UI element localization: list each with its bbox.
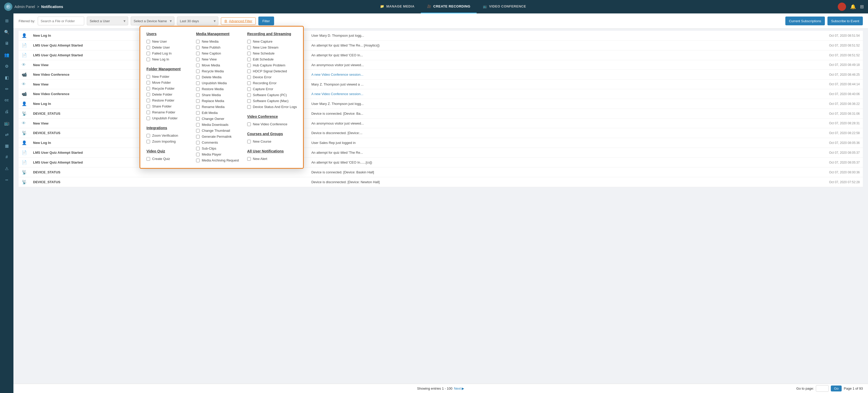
dropdown-check-item[interactable]: New Schedule (247, 51, 297, 56)
checkbox-recording-error[interactable] (247, 81, 251, 85)
device-select[interactable]: Select a Device Name (131, 17, 175, 25)
dropdown-col-title[interactable]: Media Management (196, 32, 239, 36)
dropdown-check-item[interactable]: Software Capture (Mac) (247, 98, 297, 103)
checkbox-zoom-verification[interactable] (147, 134, 150, 138)
dropdown-check-item[interactable]: Share Media (196, 92, 239, 97)
dropdown-check-item[interactable]: Move Media (196, 63, 239, 68)
current-subscriptions-button[interactable]: Current Subscriptions (785, 17, 825, 25)
checkbox-new-video-conference[interactable] (247, 122, 251, 126)
dropdown-check-item[interactable]: Unpublish Media (196, 81, 239, 86)
checkbox-new-course[interactable] (247, 140, 251, 143)
dropdown-check-item[interactable]: Restore Folder (147, 98, 188, 103)
filter-button[interactable]: Filter (258, 17, 274, 25)
dropdown-check-item[interactable]: Delete User (147, 45, 188, 50)
dropdown-check-item[interactable]: Change Owner (196, 116, 239, 121)
dropdown-section-title[interactable]: Video Quiz (147, 149, 188, 153)
sidebar-item-cc[interactable]: CC (2, 95, 12, 105)
sidebar-item-grid[interactable]: ⊞ (2, 16, 12, 26)
apps-icon[interactable]: ⊞ (860, 4, 864, 9)
sidebar-item-more[interactable]: ••• (2, 175, 12, 185)
dropdown-check-item[interactable]: Media Downloads (196, 122, 239, 127)
checkbox-comments[interactable] (196, 141, 200, 145)
checkbox-media-archiving-request[interactable] (196, 159, 200, 162)
event-link[interactable]: A new Video Conference session... (311, 72, 363, 77)
checkbox-restore-media[interactable] (196, 87, 200, 91)
checkbox-new-publish[interactable] (196, 46, 200, 49)
checkbox-media-downloads[interactable] (196, 123, 200, 127)
checkbox-move-folder[interactable] (147, 81, 150, 85)
dropdown-check-item[interactable]: Hub Capture Problem (247, 63, 297, 68)
dropdown-check-item[interactable]: Zoom Importing (147, 139, 188, 144)
dropdown-check-item[interactable]: Move Folder (147, 80, 188, 85)
dropdown-col-title[interactable]: Users (147, 32, 188, 36)
dropdown-check-item[interactable]: New Publish (196, 45, 239, 50)
dropdown-check-item[interactable]: New Media (196, 39, 239, 44)
dropdown-check-item[interactable]: Create Quiz (147, 156, 188, 161)
checkbox-failed-log-in[interactable] (147, 52, 150, 55)
dropdown-check-item[interactable]: New Caption (196, 51, 239, 56)
dropdown-check-item[interactable]: Comments (196, 140, 239, 145)
dropdown-check-item[interactable]: New Live Stream (247, 45, 297, 50)
checkbox-share-folder[interactable] (147, 104, 150, 108)
dropdown-section-title[interactable]: Video Conference (247, 115, 297, 119)
date-select[interactable]: Last 30 days Last 7 days Last 90 days Al… (177, 17, 218, 25)
search-input[interactable] (38, 17, 84, 25)
dropdown-check-item[interactable]: Recycle Folder (147, 86, 188, 91)
dropdown-check-item[interactable]: Recycle Media (196, 69, 239, 73)
checkbox-new-alert[interactable] (247, 157, 251, 161)
dropdown-check-item[interactable]: Failed Log In (147, 51, 188, 56)
dropdown-check-item[interactable]: Change Thumbnail (196, 128, 239, 133)
dropdown-section-title[interactable]: Folder Management (147, 67, 188, 71)
checkbox-restore-folder[interactable] (147, 99, 150, 102)
sidebar-item-layers[interactable]: ◧ (2, 72, 12, 83)
dropdown-check-item[interactable]: Device Status And Error Logs (247, 104, 297, 109)
dropdown-section-title[interactable]: Integrations (147, 126, 188, 130)
checkbox-create-quiz[interactable] (147, 157, 150, 161)
checkbox-software-capture-(mac)[interactable] (247, 99, 251, 103)
dropdown-check-item[interactable]: Rename Folder (147, 110, 188, 115)
checkbox-new-media[interactable] (196, 40, 200, 43)
dropdown-check-item[interactable]: New Folder (147, 74, 188, 79)
sidebar-item-table[interactable]: ▦ (2, 141, 12, 151)
go-button[interactable]: Go (831, 386, 842, 391)
checkbox-new-log-in[interactable] (147, 58, 150, 61)
sidebar-item-print[interactable]: 🖨 (2, 107, 12, 117)
dropdown-check-item[interactable]: Delete Media (196, 75, 239, 80)
checkbox-rename-folder[interactable] (147, 111, 150, 114)
sidebar-item-search[interactable]: 🔍 (2, 27, 12, 37)
dropdown-check-item[interactable]: New Capture (247, 39, 297, 44)
dropdown-check-item[interactable]: Device Error (247, 75, 297, 80)
sidebar-item-media[interactable]: 🖥 (2, 38, 12, 49)
sidebar-item-edit[interactable]: ✏ (2, 84, 12, 94)
checkbox-new-view[interactable] (196, 58, 200, 61)
checkbox-recycle-media[interactable] (196, 69, 200, 73)
sidebar-item-settings[interactable]: ⚙ (2, 61, 12, 71)
checkbox-zoom-importing[interactable] (147, 140, 150, 143)
dropdown-check-item[interactable]: Media Archiving Request (196, 158, 239, 163)
sidebar-item-alert[interactable]: ⚠ (2, 163, 12, 174)
sidebar-item-hash[interactable]: # (2, 152, 12, 162)
bell-icon[interactable]: 🔔 (850, 4, 856, 9)
checkbox-change-thumbnail[interactable] (196, 129, 200, 132)
checkbox-device-status-and-error-logs[interactable] (247, 105, 251, 109)
dropdown-col-title[interactable]: Recording and Streaming (247, 32, 297, 36)
dropdown-check-item[interactable]: Unpublish Folder (147, 116, 188, 121)
dropdown-check-item[interactable]: Media Player (196, 152, 239, 157)
checkbox-delete-folder[interactable] (147, 93, 150, 96)
sidebar-item-monitor[interactable]: 📺 (2, 118, 12, 128)
dropdown-check-item[interactable]: Share Folder (147, 104, 188, 109)
checkbox-new-schedule[interactable] (247, 52, 251, 55)
checkbox-hdcp-signal-detected[interactable] (247, 69, 251, 73)
subscribe-to-event-button[interactable]: Subscribe to Event (828, 17, 863, 25)
checkbox-replace-media[interactable] (196, 99, 200, 103)
nav-item-video-conference[interactable]: 📺 VIDEO CONFERENCE (476, 0, 532, 13)
dropdown-check-item[interactable]: Generate Permalink (196, 134, 239, 139)
dropdown-check-item[interactable]: New Video Conference (247, 122, 297, 127)
dropdown-check-item[interactable]: New Course (247, 139, 297, 144)
checkbox-rename-media[interactable] (196, 105, 200, 109)
dropdown-check-item[interactable]: Edit Schedule (247, 57, 297, 62)
checkbox-new-live-stream[interactable] (247, 46, 251, 49)
checkbox-sub-clips[interactable] (196, 147, 200, 150)
checkbox-edit-schedule[interactable] (247, 58, 251, 61)
dropdown-check-item[interactable]: Capture Error (247, 87, 297, 91)
